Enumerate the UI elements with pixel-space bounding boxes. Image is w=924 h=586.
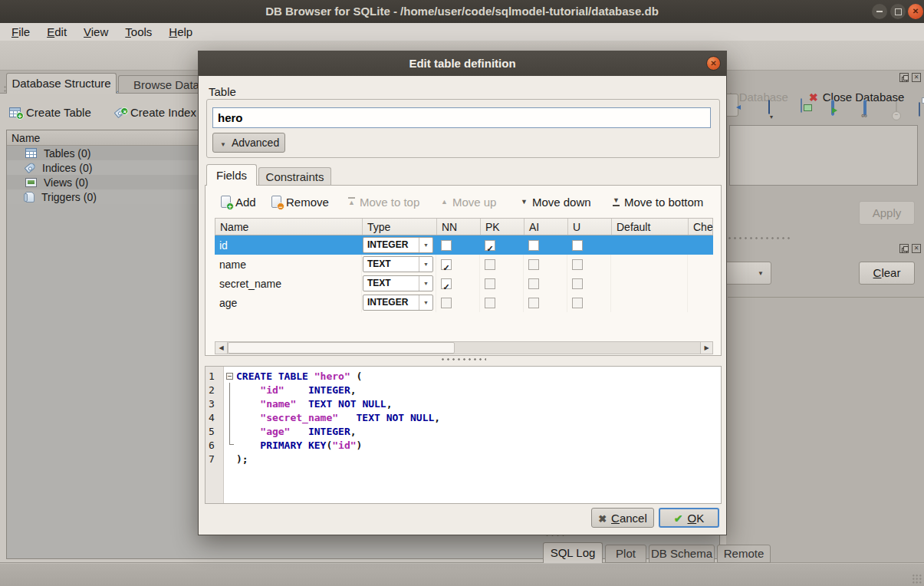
column-header-pk[interactable]: PK [481,219,524,235]
menu-help[interactable]: Help [163,24,198,41]
close-database-button[interactable]: Close Database [809,85,904,108]
add-button[interactable]: +Add [221,192,256,212]
ok-check-icon [674,512,683,525]
scroll-left-icon[interactable] [215,341,228,354]
type-combo[interactable]: TEXT [363,256,433,272]
dock-splitter-handle[interactable] [727,236,793,240]
dialog-splitter-handle[interactable] [440,357,486,361]
tab-database-structure[interactable]: Database Structure [6,73,117,94]
create-table-button[interactable]: + Create Table [9,100,91,123]
field-row-id[interactable]: idINTEGER [215,235,713,255]
column-header-default[interactable]: Default [612,219,689,235]
field-row-age[interactable]: ageINTEGER [215,293,713,312]
cancel-button[interactable]: Cancel [591,508,654,528]
default-cell [611,274,688,293]
tab-constraints[interactable]: Constraints [258,167,331,186]
ai-checkbox[interactable] [528,259,539,270]
ai-checkbox[interactable] [528,298,539,308]
tab-remote[interactable]: Remote [717,545,771,563]
tab-db-schema[interactable]: DB Schema [649,545,715,563]
dock-close-icon[interactable] [912,244,921,253]
fields-table-body: idINTEGERnameTEXTsecret_nameTEXTageINTEG… [215,235,713,312]
nn-checkbox[interactable] [441,259,452,270]
dialog-close-icon[interactable] [706,56,721,71]
create-index-button[interactable]: + Create Index [115,100,196,123]
move-down-button[interactable]: Move down [521,192,591,212]
fold-marker [224,397,236,410]
dock-float-icon[interactable] [899,244,909,253]
resize-grip[interactable] [912,574,922,584]
pk-checkbox[interactable] [485,240,495,251]
view-icon [25,178,37,187]
open-external-icon[interactable] [831,100,834,116]
fold-collapse-icon[interactable]: − [226,373,233,380]
move-to-bottom-button[interactable]: Move to bottom [613,192,703,212]
tab-fields[interactable]: Fields [206,164,257,186]
nn-checkbox[interactable] [441,278,452,289]
table-name-input[interactable] [212,107,711,128]
pk-checkbox[interactable] [485,298,495,308]
apply-button[interactable]: Apply [859,201,915,225]
nn-checkbox[interactable] [441,240,452,251]
menu-file[interactable]: File [6,24,35,41]
horizontal-scrollbar[interactable] [215,341,713,354]
maximize-button-icon[interactable] [890,4,906,19]
chevron-down-icon[interactable] [419,257,432,272]
chevron-down-icon[interactable] [419,276,432,291]
menu-tools[interactable]: Tools [120,24,157,41]
link-cell-icon[interactable] [863,100,866,116]
u-checkbox[interactable] [572,259,583,270]
column-header-ai[interactable]: AI [524,219,568,235]
menu-view[interactable]: View [78,24,113,41]
menu-edit[interactable]: Edit [41,24,72,41]
column-header-nn[interactable]: NN [437,219,481,235]
column-header-u[interactable]: U [568,219,612,235]
tab-plot[interactable]: Plot [605,545,646,563]
clear-button[interactable]: Clear [859,262,915,285]
column-header-check[interactable]: Check [689,219,713,235]
chevron-down-icon[interactable] [419,238,432,252]
pk-checkbox[interactable] [485,278,495,289]
close-window-button-icon[interactable] [908,4,923,19]
remove-button[interactable]: −Remove [271,192,329,212]
type-combo[interactable]: TEXT [363,275,433,291]
chevron-down-icon[interactable] [419,295,432,310]
fold-marker[interactable]: − [224,369,236,383]
add-label: Add [235,196,256,209]
pk-checkbox[interactable] [485,259,495,270]
tab-sql-log[interactable]: SQL Log [543,542,603,563]
move-up-button[interactable]: Move up [441,192,496,212]
scroll-right-icon[interactable] [700,341,713,354]
minimize-button-icon[interactable] [872,4,887,19]
u-checkbox[interactable] [572,278,583,289]
dock-close-icon[interactable] [912,73,921,82]
scrollbar-track[interactable] [228,341,700,354]
nn-cell [436,274,480,293]
ai-checkbox[interactable] [528,240,539,251]
set-null-icon[interactable] [896,101,897,116]
cell-edit-textarea[interactable] [729,125,918,186]
ai-checkbox[interactable] [528,278,539,289]
export-cell-icon[interactable] [801,98,802,113]
import-cell-icon[interactable] [768,100,770,114]
move-to-top-button[interactable]: Move to top [348,192,419,212]
column-header-type[interactable]: Type [363,219,437,235]
close-database-icon [809,91,818,104]
type-combo[interactable]: INTEGER [363,295,433,311]
field-row-secret-name[interactable]: secret_nameTEXT [215,274,713,293]
scrollbar-thumb[interactable] [228,342,455,354]
dock-float-icon[interactable] [899,73,909,82]
nn-checkbox[interactable] [441,298,452,308]
sql-line-number: 6 [206,440,224,451]
u-checkbox[interactable] [572,298,583,308]
fields-table-header[interactable]: NameTypeNNPKAIUDefaultCheck [215,218,713,235]
column-header-name[interactable]: Name [215,219,363,235]
tree-item-label: Tables (0) [44,147,90,160]
ok-button[interactable]: OK [659,508,719,528]
advanced-button[interactable]: Advanced [212,133,285,153]
type-combo[interactable]: INTEGER [363,237,433,253]
u-checkbox[interactable] [572,240,583,251]
field-row-name[interactable]: nameTEXT [215,255,713,274]
print-cell-icon[interactable] [919,102,920,117]
dialog-titlebar[interactable]: Edit table definition [199,51,726,76]
